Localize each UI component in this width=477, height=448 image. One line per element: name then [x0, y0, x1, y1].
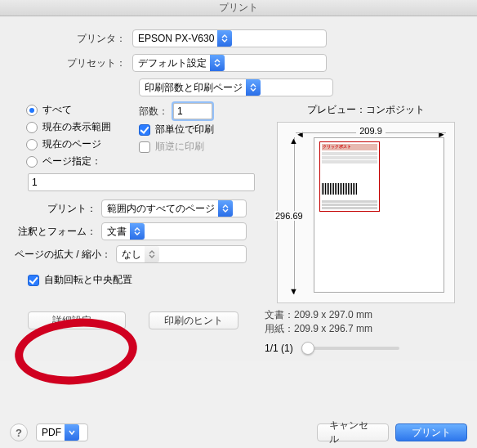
chevron-updown-icon	[210, 55, 225, 71]
annot-form-label: 注釈とフォーム：	[10, 225, 101, 239]
print-select[interactable]: 範囲内のすべてのページ	[101, 199, 247, 217]
section-select[interactable]: 印刷部数と印刷ページ	[139, 78, 333, 96]
doc-info: 文書：209.9 x 297.0 mm	[265, 308, 467, 322]
auto-rotate-label: 自動回転と中央配置	[44, 273, 132, 287]
radio-current-view[interactable]	[26, 122, 38, 133]
collate-label: 部単位で印刷	[155, 123, 214, 137]
preview-height: 296.69	[274, 211, 304, 221]
page-slider[interactable]	[301, 347, 399, 350]
preset-label: プリセット：	[10, 56, 132, 70]
printer-label: プリンタ：	[10, 32, 132, 46]
chevron-updown-icon	[217, 30, 232, 47]
collate-checkbox[interactable]	[139, 124, 150, 136]
preview-frame: ◄ 209.9 ► ▲ 296.69 ▼ クリックポスト	[277, 122, 455, 303]
preview-title: プレビュー：コンポジット	[265, 103, 467, 117]
chevron-updown-icon	[218, 200, 233, 217]
page-indicator: 1/1 (1)	[265, 343, 293, 354]
print-select-label: プリント：	[10, 202, 101, 216]
page-range-input[interactable]: 1	[28, 173, 255, 191]
radio-current-page[interactable]	[26, 139, 38, 150]
radio-range-label: ページ指定：	[42, 155, 101, 168]
reverse-label: 順逆に印刷	[155, 140, 204, 154]
radio-current-page-label: 現在のページ	[42, 137, 101, 151]
paper-info: 用紙：209.9 x 296.7 mm	[265, 322, 467, 336]
advanced-button[interactable]: 詳細設定…	[28, 311, 126, 329]
window-title: プリント	[219, 1, 258, 15]
print-button[interactable]: プリント	[395, 423, 467, 441]
preview-width: 209.9	[356, 126, 386, 136]
help-button[interactable]: ?	[10, 423, 28, 441]
radio-current-view-label: 現在の表示範囲	[42, 120, 111, 134]
preview-label-content: クリックポスト	[319, 141, 380, 212]
pdf-menu[interactable]: PDF	[36, 423, 88, 441]
print-hint-button[interactable]: 印刷のヒント	[149, 311, 238, 329]
chevron-updown-icon	[130, 223, 145, 240]
cancel-button[interactable]: キャンセル	[317, 423, 389, 441]
scale-select[interactable]: なし	[116, 245, 247, 263]
chevron-updown-icon	[145, 246, 159, 262]
radio-all-label: すべて	[42, 103, 72, 117]
preset-select[interactable]: デフォルト設定	[132, 54, 327, 72]
auto-rotate-checkbox[interactable]	[28, 275, 39, 286]
radio-all[interactable]	[26, 105, 38, 116]
copies-input[interactable]: 1	[173, 103, 212, 119]
chevron-down-icon	[65, 424, 79, 441]
slider-thumb[interactable]	[301, 342, 314, 355]
window-titlebar: プリント	[0, 0, 477, 16]
preview-page: クリックポスト	[314, 137, 444, 293]
scale-label: ページの拡大 / 縮小：	[10, 248, 116, 262]
annot-form-select[interactable]: 文書	[101, 222, 247, 240]
copies-label: 部数：	[139, 105, 168, 119]
radio-range[interactable]	[26, 156, 38, 168]
printer-select[interactable]: EPSON PX-V630	[132, 29, 327, 47]
chevron-updown-icon	[246, 79, 261, 96]
reverse-checkbox[interactable]	[139, 141, 150, 153]
